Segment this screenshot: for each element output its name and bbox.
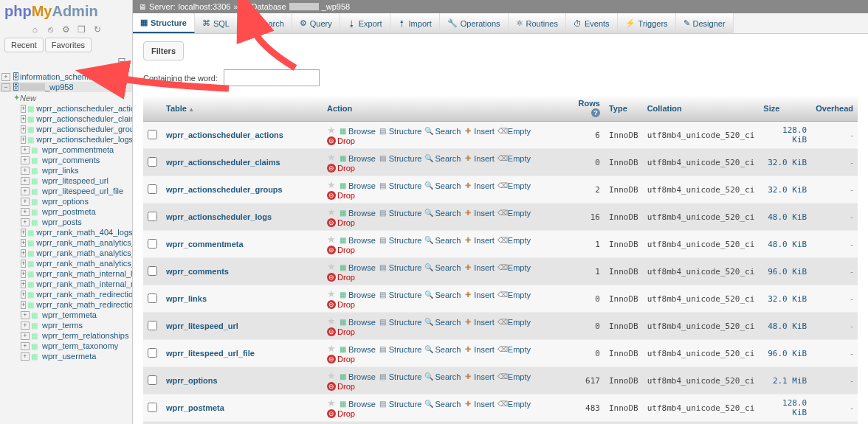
expand-icon[interactable]: + (21, 249, 26, 257)
action-drop[interactable]: ⊖Drop (327, 218, 355, 227)
expand-icon[interactable]: + (21, 332, 30, 340)
favorite-star-icon[interactable]: ★ (327, 397, 336, 409)
col-collation[interactable]: Collation (643, 95, 760, 122)
action-browse[interactable]: ▦Browse (338, 209, 376, 218)
tree-table-link[interactable]: wprr_options (42, 197, 89, 206)
favorite-star-icon[interactable]: ★ (327, 206, 336, 218)
breadcrumb-db-link[interactable]: _wp958 (322, 2, 351, 11)
action-drop[interactable]: ⊖Drop (327, 164, 355, 173)
expand-icon[interactable]: + (21, 311, 30, 319)
expand-icon[interactable]: + (21, 125, 26, 133)
table-name-link[interactable]: wprr_commentmeta (166, 240, 244, 249)
row-checkbox[interactable] (148, 403, 157, 412)
expand-icon[interactable]: + (21, 280, 26, 288)
col-type[interactable]: Type (604, 95, 643, 122)
favorite-star-icon[interactable]: ★ (327, 152, 336, 163)
tree-table-link[interactable]: wprr_litespeed_url (42, 176, 108, 185)
table-name-link[interactable]: wprr_actionscheduler_actions (166, 131, 283, 139)
action-empty[interactable]: ⌫Empty (497, 181, 531, 190)
action-insert[interactable]: ✚Insert (464, 263, 495, 272)
action-empty[interactable]: ⌫Empty (497, 318, 531, 327)
favorite-star-icon[interactable]: ★ (327, 179, 336, 190)
expand-icon[interactable]: + (21, 208, 30, 216)
expand-icon[interactable]: + (21, 136, 26, 144)
action-structure[interactable]: ▤Structure (379, 127, 422, 136)
table-name-link[interactable]: wprr_options (166, 376, 218, 385)
home-icon[interactable]: ⌂ (30, 24, 40, 35)
row-checkbox[interactable] (148, 293, 157, 303)
tree-table-link[interactable]: wprr_rank_math_analytics_in (36, 249, 132, 257)
expand-icon[interactable]: + (21, 156, 30, 164)
filter-input[interactable] (224, 69, 320, 86)
action-search[interactable]: 🔍Search (424, 345, 461, 354)
action-insert[interactable]: ✚Insert (464, 154, 495, 163)
tree-table-link[interactable]: wprr_postmeta (42, 207, 96, 216)
tree-table-link[interactable]: wprr_rank_math_404_logs (36, 228, 132, 237)
tree-table-link[interactable]: wprr_term_taxonomy (42, 341, 118, 350)
col-size[interactable]: Size (759, 95, 811, 122)
expand-icon[interactable]: + (21, 198, 30, 206)
action-insert[interactable]: ✚Insert (464, 181, 495, 190)
favorite-star-icon[interactable]: ★ (327, 316, 336, 327)
action-drop[interactable]: ⊖Drop (327, 300, 355, 309)
table-name-link[interactable]: wprr_comments (166, 267, 229, 276)
action-structure[interactable]: ▤Structure (379, 209, 422, 218)
favorite-star-icon[interactable]: ★ (327, 370, 336, 381)
action-search[interactable]: 🔍Search (424, 400, 461, 409)
tree-table-link[interactable]: wprr_rank_math_analytics_ob (36, 259, 132, 268)
action-insert[interactable]: ✚Insert (464, 318, 495, 327)
favorite-star-icon[interactable]: ★ (327, 343, 336, 354)
action-insert[interactable]: ✚Insert (464, 345, 495, 354)
tab-triggers[interactable]: ⚡Triggers (618, 13, 676, 33)
action-search[interactable]: 🔍Search (424, 154, 461, 163)
row-checkbox[interactable] (148, 266, 157, 276)
action-insert[interactable]: ✚Insert (464, 236, 495, 245)
action-search[interactable]: 🔍Search (424, 372, 461, 381)
tree-db-link[interactable]: information_schema (20, 72, 93, 81)
action-insert[interactable]: ✚Insert (464, 209, 495, 218)
expand-icon[interactable]: + (21, 352, 30, 361)
action-search[interactable]: 🔍Search (424, 127, 461, 136)
action-drop[interactable]: ⊖Drop (327, 409, 355, 418)
action-empty[interactable]: ⌫Empty (497, 400, 531, 409)
action-search[interactable]: 🔍Search (424, 263, 461, 272)
action-drop[interactable]: ⊖Drop (327, 355, 355, 364)
action-drop[interactable]: ⊖Drop (327, 382, 355, 391)
action-insert[interactable]: ✚Insert (464, 127, 495, 136)
action-drop[interactable]: ⊖Drop (327, 191, 355, 200)
action-drop[interactable]: ⊖Drop (327, 327, 355, 336)
gear-icon[interactable]: ⚙ (61, 24, 72, 35)
help-icon[interactable]: ? (591, 108, 600, 117)
tab-routines[interactable]: ⚛Routines (509, 13, 566, 33)
expand-icon[interactable]: + (21, 260, 26, 268)
action-structure[interactable]: ▤Structure (379, 318, 422, 327)
tree-new-table[interactable]: New (20, 94, 36, 102)
tree-table-link[interactable]: wprr_rank_math_analytics_gs (36, 238, 132, 247)
tree-table-link[interactable]: wprr_term_relationships (42, 331, 128, 340)
tab-export[interactable]: ⭳Export (340, 13, 390, 33)
action-drop[interactable]: ⊖Drop (327, 136, 355, 145)
row-checkbox[interactable] (148, 130, 157, 139)
tab-events[interactable]: ⏱Events (566, 13, 618, 33)
tree-table-link[interactable]: wprr_actionscheduler_actions (36, 104, 132, 113)
tree-db-link[interactable]: _wp958 (45, 83, 74, 91)
tree-table-link[interactable]: wprr_litespeed_url_file (42, 187, 123, 195)
breadcrumb-server-link[interactable]: localhost:3306 (178, 2, 230, 11)
action-browse[interactable]: ▦Browse (338, 318, 376, 327)
collapse-tree-icon[interactable]: ⊟ (0, 52, 132, 70)
action-empty[interactable]: ⌫Empty (497, 291, 531, 299)
action-structure[interactable]: ▤Structure (379, 345, 422, 354)
recent-tab[interactable]: Recent (4, 38, 44, 52)
action-empty[interactable]: ⌫Empty (497, 127, 531, 136)
action-browse[interactable]: ▦Browse (338, 291, 376, 299)
refresh-icon[interactable]: ↻ (92, 24, 103, 35)
tree-table-link[interactable]: wprr_usermeta (42, 352, 96, 361)
action-drop[interactable]: ⊖Drop (327, 246, 355, 254)
action-empty[interactable]: ⌫Empty (497, 372, 531, 381)
tree-table-link[interactable]: wprr_rank_math_redirections_ (36, 300, 132, 309)
tab-structure[interactable]: ▦Structure (133, 13, 195, 33)
favorite-star-icon[interactable]: ★ (327, 125, 336, 136)
expand-icon[interactable]: + (21, 239, 26, 247)
expand-icon[interactable]: + (21, 167, 30, 175)
row-checkbox[interactable] (148, 348, 157, 358)
